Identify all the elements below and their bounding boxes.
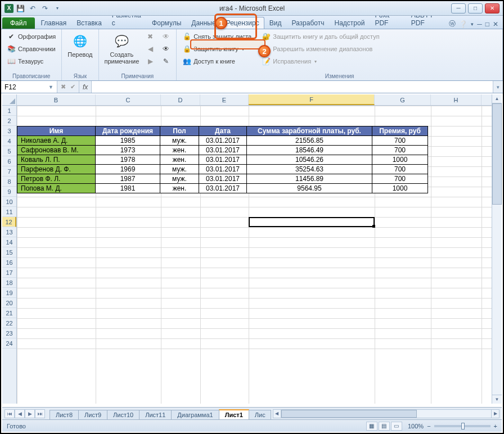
doc-close-icon[interactable]: ✕ [493,20,498,28]
help-icon[interactable]: ❔ [459,20,467,28]
sheet-tab-0[interactable]: Лист8 [50,410,79,419]
row-header-9[interactable]: 9 [2,187,16,197]
table-cell[interactable]: 1969 [96,165,160,174]
table-cell[interactable]: 700 [372,165,428,174]
qat-undo-icon[interactable]: ↶ [27,3,38,14]
scroll-up-icon[interactable]: ▲ [492,94,502,103]
table-cell[interactable]: 18546.49 [247,146,372,155]
sheet-first-icon[interactable]: ⏮ [4,409,15,418]
table-cell[interactable]: жен. [160,155,199,165]
row-header-15[interactable]: 15 [2,247,16,257]
col-header-B[interactable]: B [17,94,96,105]
ribbon-tab-1[interactable]: Вставка [71,17,107,29]
table-cell[interactable]: 1987 [96,174,160,184]
table-cell[interactable]: 1985 [96,136,160,146]
table-cell[interactable]: 21556.85 [247,136,372,146]
fx-button[interactable]: fx [79,81,92,93]
sheet-tab-1[interactable]: Лист9 [78,410,107,419]
table-cell[interactable]: жен. [160,184,199,193]
col-header-G[interactable]: G [375,94,431,105]
zoom-level[interactable]: 100% [408,423,424,430]
sheet-last-icon[interactable]: ⏭ [35,409,45,418]
zoom-in-icon[interactable]: + [494,423,497,430]
table-cell[interactable]: 03.01.2017 [199,165,247,174]
row-header-18[interactable]: 18 [2,278,16,288]
row-header-17[interactable]: 17 [2,268,16,278]
table-cell[interactable]: муж. [160,165,199,174]
row-header-13[interactable]: 13 [2,227,16,237]
table-cell[interactable]: 1978 [96,155,160,165]
row-header-3[interactable]: 3 [2,126,16,136]
table-cell[interactable]: жен. [160,146,199,155]
scroll-down-icon[interactable]: ▼ [492,395,502,404]
normal-view-icon[interactable]: ▦ [366,422,377,431]
grid-body[interactable]: ИмяДата рожденияПолДатаСумма заработной … [17,106,502,404]
minimize-ribbon-icon[interactable]: ⓦ [449,19,456,29]
thesaurus-button[interactable]: 📖Тезаурус [4,56,58,67]
table-cell[interactable]: 03.01.2017 [199,174,247,184]
new-comment-button[interactable]: 💬Создать примечание [102,31,142,66]
scroll-right-icon[interactable]: ▶ [491,410,499,418]
row-header-12[interactable]: 12 [2,217,16,227]
table-cell[interactable]: 10546.26 [247,155,372,165]
spelling-button[interactable]: ✔Орфография [4,31,58,42]
research-button[interactable]: 📚Справочники [4,43,58,55]
zoom-out-icon[interactable]: − [427,423,430,430]
sheet-tabs[interactable]: Лист8Лист9Лист10Лист11Диаграмма1Лист1Лис [50,408,271,419]
table-cell[interactable]: Коваль Л. П. [17,155,96,165]
share-workbook-button[interactable]: 👥Доступ к книге [180,56,254,67]
sheet-tab-6[interactable]: Лис [249,410,271,419]
vscroll-thumb[interactable] [492,103,502,205]
zoom-thumb[interactable] [461,423,465,430]
table-cell[interactable]: Николаев А. Д. [17,136,96,146]
column-headers[interactable]: BCDEFGH [17,94,502,106]
table-cell[interactable]: 1981 [96,184,160,193]
col-header-C[interactable]: C [96,94,161,105]
doc-restore-icon[interactable]: □ [485,20,489,28]
name-box[interactable]: F12▼ [1,81,57,93]
doc-minimize-icon[interactable]: ─ [477,20,482,28]
page-break-view-icon[interactable]: ▭ [391,422,402,431]
row-header-19[interactable]: 19 [2,288,16,298]
table-cell[interactable]: 03.01.2017 [199,155,247,165]
row-header-20[interactable]: 20 [2,298,16,308]
show-ink-button[interactable]: ✎ [159,56,173,67]
table-cell[interactable]: 700 [372,136,428,146]
table-cell[interactable]: 03.01.2017 [199,146,247,155]
page-layout-view-icon[interactable]: ▤ [379,422,390,431]
col-header-E[interactable]: E [200,94,249,105]
ribbon-tab-7[interactable]: Разработч [286,17,329,29]
sheet-tab-3[interactable]: Лист11 [139,410,172,419]
scroll-left-icon[interactable]: ◀ [273,410,281,418]
unprotect-sheet-button[interactable]: 🔓Снять защиту листа [180,31,254,42]
row-header-23[interactable]: 23 [2,328,16,338]
table-cell[interactable]: 1000 [372,184,428,193]
expand-formula-bar-icon[interactable]: ▾ [493,81,503,93]
ribbon-tab-3[interactable]: Формулы [147,17,186,29]
sheet-next-icon[interactable]: ▶ [25,409,35,418]
spreadsheet-grid[interactable]: BCDEFGH 12345678910111213141516171819202… [2,94,502,404]
vertical-scrollbar[interactable]: ▲ ▼ [492,94,502,404]
sheet-tab-5[interactable]: Лист1 [219,409,249,419]
table-cell[interactable]: Сафроновав В. М. [17,146,96,155]
table-cell[interactable]: 1973 [96,146,160,155]
row-header-24[interactable]: 24 [2,338,16,349]
col-header-F[interactable]: F [249,94,375,105]
show-all-comments-button[interactable]: 👁 [159,43,173,55]
translate-button[interactable]: 🌐Перевод [65,31,94,59]
row-header-14[interactable]: 14 [2,237,16,247]
ribbon-tab-6[interactable]: Вид [264,17,287,29]
row-header-6[interactable]: 6 [2,156,16,166]
table-cell[interactable]: 11456.89 [247,174,372,184]
namebox-dropdown-icon[interactable]: ▼ [48,84,53,90]
qat-redo-icon[interactable]: ↷ [39,3,51,14]
row-headers[interactable]: 123456789101112131415161718192021222324 [2,106,17,404]
horizontal-scrollbar[interactable]: ◀ ▶ [273,409,500,418]
zoom-slider[interactable] [434,425,490,427]
table-cell[interactable]: Попова М. Д. [17,184,96,193]
ribbon-tab-0[interactable]: Главная [36,17,72,29]
table-cell[interactable]: 1000 [372,155,428,165]
table-cell[interactable]: муж. [160,136,199,146]
sheet-prev-icon[interactable]: ◀ [15,409,25,418]
qat-customize-icon[interactable]: ▾ [52,3,63,14]
